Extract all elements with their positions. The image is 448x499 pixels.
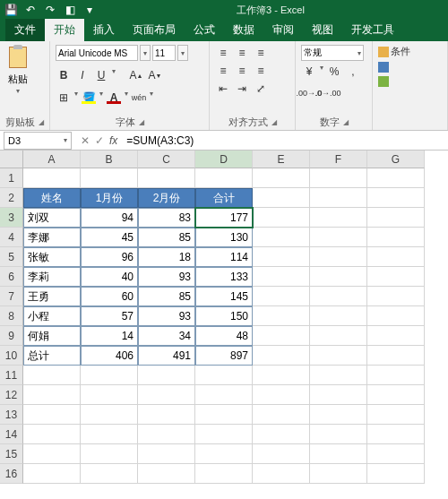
cell-C11[interactable]: [138, 366, 195, 385]
table-cell[interactable]: 刘双: [23, 208, 81, 228]
tab-page-layout[interactable]: 页面布局: [124, 19, 185, 41]
table-cell[interactable]: 96: [81, 247, 138, 267]
table-cell[interactable]: 小程: [23, 306, 81, 326]
cell-E16[interactable]: [253, 464, 310, 484]
cell-E3[interactable]: [253, 208, 310, 228]
cell-G15[interactable]: [367, 444, 425, 464]
row-header-10[interactable]: 10: [0, 346, 23, 366]
currency-button[interactable]: ¥: [301, 64, 317, 80]
cell-G14[interactable]: [367, 425, 425, 444]
cell-F16[interactable]: [310, 464, 367, 484]
cell-F9[interactable]: [310, 326, 367, 346]
cell-D11[interactable]: [195, 366, 253, 385]
cell-F8[interactable]: [310, 306, 367, 326]
cell-E2[interactable]: [253, 188, 310, 208]
tab-view[interactable]: 视图: [303, 19, 342, 41]
cell-D1[interactable]: [195, 168, 253, 188]
bold-button[interactable]: B: [56, 67, 72, 83]
cell-B11[interactable]: [81, 366, 138, 385]
cell-G7[interactable]: [367, 287, 425, 306]
cell-F13[interactable]: [310, 405, 367, 425]
accept-formula-icon[interactable]: ✓: [95, 134, 104, 147]
table-cell[interactable]: 133: [195, 267, 253, 287]
cell-F3[interactable]: [310, 208, 367, 228]
undo-icon[interactable]: ↶: [23, 3, 38, 17]
table-cell[interactable]: 114: [195, 247, 253, 267]
cell-E1[interactable]: [253, 168, 310, 188]
cell-E14[interactable]: [253, 425, 310, 444]
table-cell[interactable]: 48: [195, 326, 253, 346]
table-cell[interactable]: 491: [138, 346, 195, 366]
name-box[interactable]: D3▾: [4, 132, 72, 150]
spreadsheet-grid[interactable]: ABCDEFG12姓名1月份2月份合计3刘双94831774李娜45851305…: [0, 151, 448, 484]
row-header-8[interactable]: 8: [0, 306, 23, 326]
increase-indent-button[interactable]: ⇥: [234, 81, 250, 97]
row-header-4[interactable]: 4: [0, 228, 23, 247]
table-cell[interactable]: 897: [195, 346, 253, 366]
cell-G11[interactable]: [367, 366, 425, 385]
cell-C13[interactable]: [138, 405, 195, 425]
cell-G4[interactable]: [367, 228, 425, 247]
font-launcher-icon[interactable]: ◢: [139, 118, 144, 126]
tab-data[interactable]: 数据: [224, 19, 263, 41]
cell-G3[interactable]: [367, 208, 425, 228]
cell-C14[interactable]: [138, 425, 195, 444]
select-all-corner[interactable]: [0, 151, 23, 168]
cell-D15[interactable]: [195, 444, 253, 464]
row-header-9[interactable]: 9: [0, 326, 23, 346]
table-cell[interactable]: 406: [81, 346, 138, 366]
cell-C16[interactable]: [138, 464, 195, 484]
cell-G1[interactable]: [367, 168, 425, 188]
paste-dropdown-icon[interactable]: ▾: [16, 87, 20, 95]
cell-D16[interactable]: [195, 464, 253, 484]
format-table-button[interactable]: [378, 62, 389, 73]
cell-G9[interactable]: [367, 326, 425, 346]
cell-F7[interactable]: [310, 287, 367, 306]
row-header-1[interactable]: 1: [0, 168, 23, 188]
column-header-G[interactable]: G: [367, 151, 425, 168]
phonetic-dropdown-icon[interactable]: ▾: [150, 90, 153, 106]
cell-A14[interactable]: [23, 425, 81, 444]
tab-review[interactable]: 审阅: [263, 19, 303, 41]
column-header-C[interactable]: C: [138, 151, 195, 168]
table-cell[interactable]: 总计: [23, 346, 81, 366]
cell-C12[interactable]: [138, 385, 195, 405]
cell-G8[interactable]: [367, 306, 425, 326]
table-cell[interactable]: 李娜: [23, 228, 81, 247]
conditional-formatting-button[interactable]: 条件: [378, 45, 410, 58]
font-color-button[interactable]: A: [106, 90, 122, 106]
align-middle-button[interactable]: ≡: [234, 45, 250, 61]
cell-E6[interactable]: [253, 267, 310, 287]
tab-developer[interactable]: 开发工具: [342, 19, 403, 41]
table-cell[interactable]: 张敏: [23, 247, 81, 267]
table-cell[interactable]: 18: [138, 247, 195, 267]
cell-G13[interactable]: [367, 405, 425, 425]
table-cell[interactable]: 34: [138, 326, 195, 346]
row-header-7[interactable]: 7: [0, 287, 23, 306]
tab-home[interactable]: 开始: [45, 19, 84, 41]
cell-A11[interactable]: [23, 366, 81, 385]
cell-G16[interactable]: [367, 464, 425, 484]
cell-A16[interactable]: [23, 464, 81, 484]
increase-font-button[interactable]: A▲: [128, 67, 144, 83]
table-cell[interactable]: 60: [81, 287, 138, 306]
cell-B12[interactable]: [81, 385, 138, 405]
cell-A12[interactable]: [23, 385, 81, 405]
row-header-14[interactable]: 14: [0, 425, 23, 444]
cell-B15[interactable]: [81, 444, 138, 464]
font-color-dropdown-icon[interactable]: ▾: [125, 90, 128, 106]
cell-F4[interactable]: [310, 228, 367, 247]
cell-G6[interactable]: [367, 267, 425, 287]
row-header-12[interactable]: 12: [0, 385, 23, 405]
font-size-dropdown-icon[interactable]: ▾: [177, 45, 188, 61]
cell-F10[interactable]: [310, 346, 367, 366]
cell-E12[interactable]: [253, 385, 310, 405]
row-header-11[interactable]: 11: [0, 366, 23, 385]
decrease-decimal-button[interactable]: .0→.00: [320, 85, 336, 101]
number-launcher-icon[interactable]: ◢: [343, 118, 349, 126]
cell-E11[interactable]: [253, 366, 310, 385]
cell-B14[interactable]: [81, 425, 138, 444]
cell-E5[interactable]: [253, 247, 310, 267]
table-cell[interactable]: 45: [81, 228, 138, 247]
fx-icon[interactable]: fx: [109, 134, 117, 147]
